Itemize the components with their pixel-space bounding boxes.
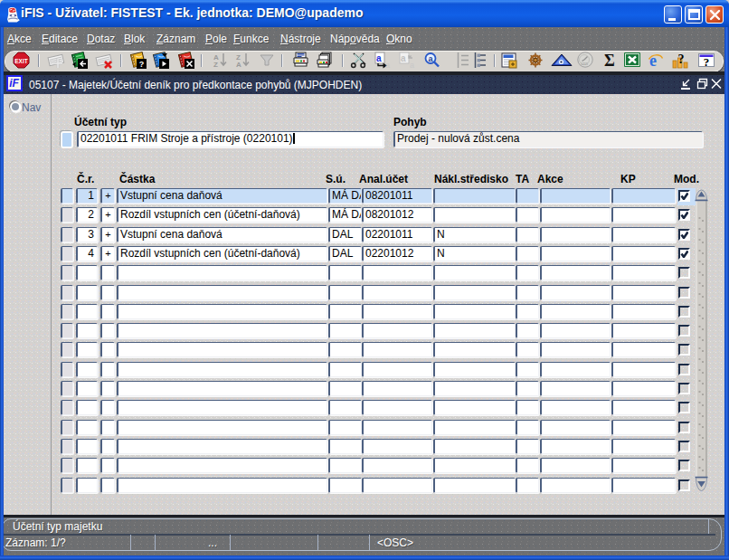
svg-text:a: a [401, 53, 406, 63]
svg-text:?: ? [678, 52, 685, 66]
svg-text:?: ? [139, 60, 145, 69]
svg-text:a: a [376, 53, 382, 63]
svg-text:iF: iF [9, 77, 19, 90]
svg-text:EXIT: EXIT [14, 58, 27, 64]
svg-text:a: a [410, 61, 414, 70]
svg-text:Z: Z [213, 61, 218, 69]
svg-text:Σ: Σ [604, 52, 615, 70]
svg-text:a: a [385, 61, 390, 70]
svg-text:e: e [649, 52, 657, 70]
svg-text:A: A [236, 61, 241, 69]
svg-text:?: ? [704, 55, 710, 69]
svg-text:1215: 1215 [581, 62, 588, 66]
